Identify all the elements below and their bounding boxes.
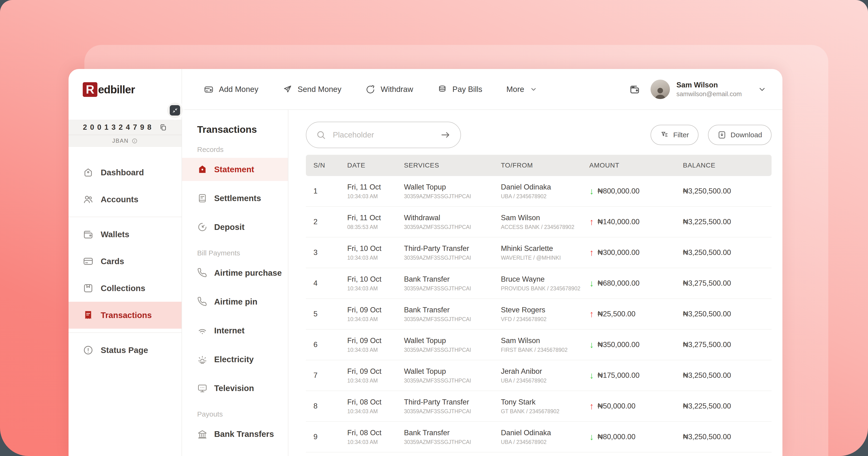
sidebar-item-label: Transactions <box>101 311 152 320</box>
subnav-item-bank-transfers[interactable]: Bank Transfers <box>182 422 288 446</box>
users-icon <box>83 194 94 205</box>
table-row[interactable]: 9Fri, 08 Oct10:34:03 AMBank Transfer3035… <box>306 422 772 452</box>
cell-balance: ₦3,250,500.00 <box>683 371 772 380</box>
box-icon <box>83 283 94 294</box>
cell-to-from: Mhinki ScarletteWAVERLITE / @MHINKI <box>501 244 589 261</box>
nav-label: Withdraw <box>380 85 413 94</box>
cell-service: Wallet Topup30359AZMF3SSGJTHPCAI <box>404 367 501 384</box>
debit-up-arrow-icon: ↑ <box>589 217 594 226</box>
filter-icon <box>660 130 669 139</box>
debit-up-arrow-icon: ↑ <box>589 402 594 411</box>
card-icon <box>83 256 94 267</box>
table-row[interactable]: 1Fri, 11 Oct10:34:03 AMWallet Topup30359… <box>306 176 772 207</box>
cell-date: Fri, 10 Oct10:34:03 AM <box>347 244 404 261</box>
table-row[interactable]: 4Fri, 10 Oct10:34:03 AMBank Transfer3035… <box>306 268 772 299</box>
subnav-item-electricity[interactable]: Electricity <box>182 348 288 371</box>
cell-balance: ₦3,250,500.00 <box>683 248 772 257</box>
sidebar-item-wallets[interactable]: Wallets <box>68 221 182 248</box>
nav-withdraw[interactable]: Withdraw <box>366 84 413 94</box>
wallet-shortcut-button[interactable] <box>629 84 640 95</box>
subnav-item-label: Internet <box>214 326 244 335</box>
alert-icon <box>83 345 94 356</box>
user-menu-button[interactable] <box>757 85 767 94</box>
cell-balance: ₦3,250,500.00 <box>683 187 772 195</box>
subnav-item-settlements[interactable]: Settlements <box>182 187 288 210</box>
sidebar-item-cards[interactable]: Cards <box>68 248 182 275</box>
filter-button[interactable]: Filter <box>651 125 699 145</box>
nav-pay-bills[interactable]: Pay Bills <box>437 84 483 94</box>
sidebar-item-accounts[interactable]: Accounts <box>68 186 182 213</box>
brand-logo[interactable]: Redbiller <box>68 69 182 110</box>
sidebar-item-status-page[interactable]: Status Page <box>68 337 182 364</box>
subnav-item-statement[interactable]: Statement <box>182 158 288 181</box>
nav-label: Pay Bills <box>453 85 483 94</box>
cell-service: Withdrawal30359AZMF3SSGJTHPCAI <box>404 214 501 230</box>
subnav-item-airtime-purchase[interactable]: Airtime purchase <box>182 261 288 285</box>
sidebar-item-label: Cards <box>101 257 124 266</box>
sidebar-item-label: Status Page <box>101 346 148 355</box>
sidebar-divider <box>68 332 182 333</box>
table-row[interactable]: 5Fri, 09 Oct10:34:03 AMBank Transfer3035… <box>306 299 772 330</box>
cell-date: Fri, 08 Oct10:34:03 AM <box>347 429 404 445</box>
sidebar-item-label: Collections <box>101 284 145 293</box>
tv-icon <box>197 383 208 393</box>
wifi-icon <box>197 325 208 336</box>
chevron-down-icon <box>757 85 767 94</box>
sidebar-nav: DashboardAccountsWalletsCardsCollections… <box>68 147 182 364</box>
user-avatar[interactable] <box>651 79 670 99</box>
header-right: Sam Wilson samwilson@email.com <box>629 79 767 99</box>
user-info[interactable]: Sam Wilson samwilson@email.com <box>677 81 742 98</box>
nav-send-money[interactable]: Send Money <box>282 84 341 94</box>
account-label: JBAN <box>112 137 129 144</box>
copy-account-button[interactable] <box>159 123 167 131</box>
download-button[interactable]: Download <box>708 125 772 145</box>
sidebar-item-transactions[interactable]: Transactions <box>68 302 182 329</box>
info-icon[interactable] <box>131 138 138 144</box>
table-row[interactable]: 7Fri, 09 Oct10:34:03 AMWallet Topup30359… <box>306 360 772 391</box>
debit-up-arrow-icon: ↑ <box>589 310 594 319</box>
table-row[interactable]: 10Fri, 08 OctBank TransferYusuf Dauda <box>306 452 772 456</box>
subnav-item-television[interactable]: Television <box>182 377 288 400</box>
transactions-table: S/NDATESERVICESTO/FROMAMOUNTBALANCE 1Fri… <box>306 155 772 456</box>
table-row[interactable]: 6Fri, 09 Oct10:34:03 AMWallet Topup30359… <box>306 330 772 360</box>
search-input[interactable] <box>332 130 434 140</box>
cell-amount: ↓₦680,000.00 <box>589 279 683 288</box>
redbiller-logo-icon: R <box>83 82 97 97</box>
subnav-item-internet[interactable]: Internet <box>182 319 288 342</box>
table-row[interactable]: 3Fri, 10 Oct10:34:03 AMThird-Party Trans… <box>306 237 772 268</box>
subnav-item-airtime-pin[interactable]: Airtime pin <box>182 290 288 313</box>
search-icon <box>316 130 326 140</box>
header-main: Add MoneySend MoneyWithdrawPay BillsMore… <box>182 69 782 110</box>
chevron-down-icon <box>529 85 537 93</box>
toolbar-actions: Filter Download <box>651 125 772 145</box>
sidebar-item-collections[interactable]: Collections <box>68 275 182 302</box>
nav-add-money[interactable]: Add Money <box>204 84 258 94</box>
sidebar-item-dashboard[interactable]: Dashboard <box>68 159 182 186</box>
brand-name: edbiller <box>98 83 135 96</box>
cell-service: Bank Transfer30359AZMF3SSGJTHPCAI <box>404 429 501 445</box>
subnav-item-label: Settlements <box>214 194 261 203</box>
nav-more[interactable]: More <box>506 85 537 94</box>
sidebar-collapse-button[interactable] <box>167 102 183 118</box>
account-number: 2001324798 <box>83 123 154 132</box>
cell-sn: 1 <box>306 187 347 195</box>
transactions-subnav: Transactions RecordsStatementSettlements… <box>182 110 288 456</box>
receipt-icon <box>83 310 94 321</box>
nav-label: More <box>506 85 524 94</box>
table-row[interactable]: 2Fri, 11 Oct08:35:53 AMWithdrawal30359AZ… <box>306 207 772 237</box>
cell-service: Third-Party Transfer30359AZMF3SSGJTHPCAI <box>404 398 501 415</box>
cell-date: Fri, 10 Oct10:34:03 AM <box>347 275 404 292</box>
cell-to-from: Daniel OdinakaUBA / 2345678902 <box>501 183 589 200</box>
cell-amount: ↑₦50,000.00 <box>589 402 683 411</box>
cell-sn: 3 <box>306 248 347 257</box>
subnav-list: RecordsStatementSettlementsDepositBill P… <box>182 145 288 446</box>
subnav-item-deposit[interactable]: Deposit <box>182 216 288 239</box>
table-header: S/NDATESERVICESTO/FROMAMOUNTBALANCE <box>306 155 772 176</box>
cell-amount: ↑₦300,000.00 <box>589 248 683 257</box>
sidebar-item-label: Wallets <box>101 230 129 239</box>
search-submit-button[interactable] <box>440 129 451 140</box>
cell-to-from: Tony StarkGT BANK / 2345678902 <box>501 398 589 415</box>
table-row[interactable]: 8Fri, 08 Oct10:34:03 AMThird-Party Trans… <box>306 391 772 422</box>
column-header: AMOUNT <box>589 162 683 169</box>
cell-date: Fri, 09 Oct10:34:03 AM <box>347 367 404 384</box>
